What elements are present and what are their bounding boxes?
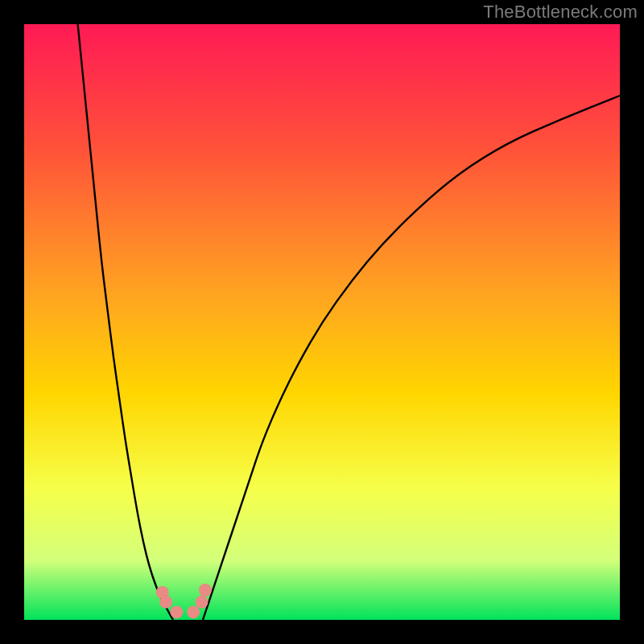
marker-dot bbox=[170, 605, 183, 618]
chart-svg bbox=[24, 24, 620, 620]
chart-frame: TheBottleneck.com bbox=[0, 0, 644, 644]
plot-area bbox=[24, 24, 620, 620]
marker-dot bbox=[187, 605, 200, 618]
marker-dot bbox=[159, 596, 172, 609]
marker-dot bbox=[196, 596, 208, 609]
marker-dot bbox=[199, 584, 212, 597]
watermark-text: TheBottleneck.com bbox=[483, 2, 638, 23]
